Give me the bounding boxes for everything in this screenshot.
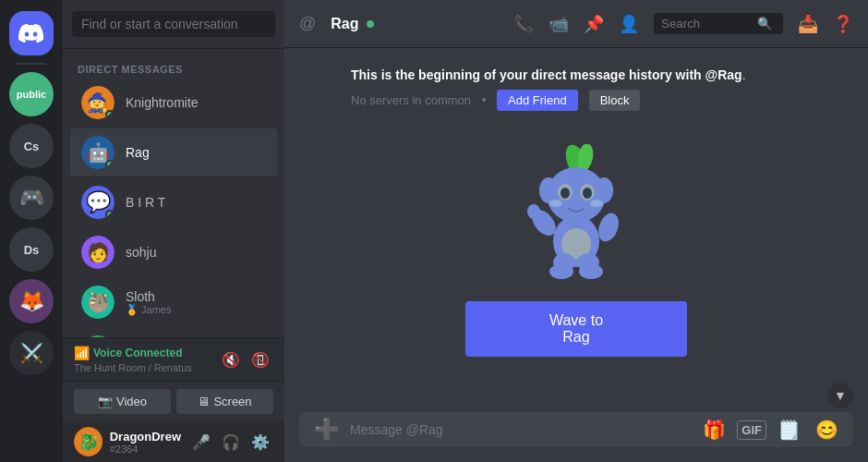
video-button[interactable]: 📷 Video xyxy=(74,389,171,414)
online-indicator-rag xyxy=(105,160,115,169)
add-friend-button[interactable]: Add Friend xyxy=(497,90,578,111)
server-icon-public[interactable]: public xyxy=(9,72,54,116)
chat-input-area: ➕ 🎁 GIF 🗒️ 😊 xyxy=(284,412,868,462)
dm-item-birt[interactable]: 💬 B I R T ✕ xyxy=(70,178,277,226)
emoji-button[interactable]: 😊 xyxy=(812,415,842,444)
dm-name-knightromite: Knightromite xyxy=(126,95,266,110)
chat-recipient-name: Rag xyxy=(331,16,373,32)
avatar-sloth: 🦥 xyxy=(81,286,115,319)
svg-point-19 xyxy=(579,264,603,279)
header-actions: 📞 📹 📌 👤 🔍 📥 ❓ xyxy=(513,13,853,34)
voice-title: 📶 Voice Connected xyxy=(74,346,192,360)
media-buttons-area: 📷 Video 🖥 Screen xyxy=(63,381,284,421)
chat-search-input[interactable] xyxy=(661,17,753,30)
server-divider xyxy=(17,63,46,65)
avatar-sohju: 🧑 xyxy=(81,236,115,269)
svg-point-3 xyxy=(539,177,558,203)
chat-body: This is the beginning of your direct mes… xyxy=(284,48,868,379)
video-icon: 📷 xyxy=(98,395,113,408)
discord-home-button[interactable] xyxy=(9,11,54,55)
add-friend-header-button[interactable]: 👤 xyxy=(619,14,639,34)
online-indicator-birt xyxy=(105,210,115,219)
headset-button[interactable]: 🎧 xyxy=(218,430,244,455)
user-info: DragonDrew #2364 xyxy=(110,430,181,455)
online-indicator xyxy=(105,110,115,119)
user-name: DragonDrew xyxy=(110,430,181,444)
server-icon-cs[interactable]: Cs xyxy=(9,124,54,168)
dm-item-brage[interactable]: 📱 Brage ✕ xyxy=(70,328,277,337)
chat-header: @ Rag 📞 📹 📌 👤 🔍 📥 ❓ xyxy=(284,0,868,48)
search-input[interactable] xyxy=(72,11,275,37)
dm-section-header: DIRECT MESSAGES xyxy=(63,56,284,79)
separator-dot xyxy=(482,98,486,102)
screen-icon: 🖥 xyxy=(198,395,210,408)
at-sign: @ xyxy=(299,14,316,33)
avatar-birt: 💬 xyxy=(81,186,115,219)
chat-search-area: 🔍 xyxy=(654,13,783,34)
server-icon-ds[interactable]: Ds xyxy=(9,227,54,272)
inbox-button[interactable]: 📥 xyxy=(798,14,818,34)
dm-sidebar: DIRECT MESSAGES 🧙 Knightromite ✕ 🤖 Rag ✕… xyxy=(63,0,284,462)
svg-point-18 xyxy=(549,264,573,279)
chat-input-wrapper: ➕ 🎁 GIF 🗒️ 😊 xyxy=(299,412,853,447)
help-button[interactable]: ❓ xyxy=(833,14,853,34)
svg-point-14 xyxy=(527,204,540,219)
dm-search-area xyxy=(63,0,284,49)
voice-disconnect-button[interactable]: 📵 xyxy=(247,347,273,372)
chat-beginning: This is the beginning of your direct mes… xyxy=(284,53,868,126)
dm-item-sohju[interactable]: 🧑 sohju ✕ xyxy=(70,228,277,276)
dm-item-knightromite[interactable]: 🧙 Knightromite ✕ xyxy=(70,79,277,127)
block-button[interactable]: Block xyxy=(589,90,641,111)
wumpus-mascot xyxy=(521,144,632,283)
avatar-rag: 🤖 xyxy=(81,136,115,169)
dm-name-birt: B I R T xyxy=(126,195,266,210)
svg-point-7 xyxy=(561,188,570,199)
user-avatar: 🐉 xyxy=(74,427,102,456)
no-servers-row: No servers in common Add Friend Block xyxy=(351,90,802,111)
dm-sub-sloth: 🏅 James xyxy=(126,304,266,316)
mute-button[interactable]: 🎤 xyxy=(188,430,214,455)
screen-button[interactable]: 🖥 Screen xyxy=(176,389,273,414)
main-chat: @ Rag 📞 📹 📌 👤 🔍 📥 ❓ This is the beginnin… xyxy=(284,0,868,462)
user-bar: 🐉 DragonDrew #2364 🎤 🎧 ⚙️ xyxy=(63,421,284,462)
svg-point-9 xyxy=(549,200,562,207)
server-icon-avatar2[interactable]: ⚔️ xyxy=(9,331,54,375)
dm-name-sohju: sohju xyxy=(126,245,266,260)
scroll-to-present: ▼ xyxy=(284,379,868,412)
svg-point-10 xyxy=(590,200,603,207)
recipient-online-badge xyxy=(367,20,374,28)
user-bar-actions: 🎤 🎧 ⚙️ xyxy=(188,430,273,455)
voice-mute-button[interactable]: 🔇 xyxy=(218,347,244,372)
voice-connected-bar: 📶 Voice Connected The Hunt Room / Renatu… xyxy=(63,337,284,381)
wave-button[interactable]: Wave to Rag xyxy=(465,301,687,357)
svg-point-8 xyxy=(583,188,592,199)
dm-item-sloth[interactable]: 🦥 Sloth 🏅 James ✕ xyxy=(70,278,277,326)
avatar-knightromite: 🧙 xyxy=(81,86,115,119)
gif-button[interactable]: GIF xyxy=(737,420,766,440)
beginning-text: This is the beginning of your direct mes… xyxy=(351,67,802,82)
dm-name-rag: Rag xyxy=(126,145,266,160)
server-icon-game1[interactable]: 🎮 xyxy=(9,176,54,220)
voice-location: The Hunt Room / Renatus xyxy=(74,362,192,373)
dm-item-rag[interactable]: 🤖 Rag ✕ xyxy=(70,128,277,176)
video-call-button[interactable]: 📹 xyxy=(549,14,569,34)
chat-input-actions: 🎁 GIF 🗒️ 😊 xyxy=(699,415,842,444)
server-sidebar: public Cs 🎮 Ds 🦊 ⚔️ xyxy=(0,0,63,462)
mascot-area: Wave to Rag xyxy=(465,144,687,357)
message-input[interactable] xyxy=(343,412,699,447)
dm-name-sloth: Sloth xyxy=(126,289,266,304)
sticker-button[interactable]: 🗒️ xyxy=(774,415,804,444)
user-tag: #2364 xyxy=(110,444,181,455)
dm-list: DIRECT MESSAGES 🧙 Knightromite ✕ 🤖 Rag ✕… xyxy=(63,49,284,337)
avatar-brage: 📱 xyxy=(81,335,115,337)
gift-button[interactable]: 🎁 xyxy=(699,415,729,444)
add-attachment-button[interactable]: ➕ xyxy=(310,414,343,445)
server-icon-avatar1[interactable]: 🦊 xyxy=(9,279,54,323)
pin-button[interactable]: 📌 xyxy=(584,14,604,34)
scroll-down-button[interactable]: ▼ xyxy=(827,383,853,408)
call-button[interactable]: 📞 xyxy=(513,14,534,34)
search-icon: 🔍 xyxy=(757,17,772,30)
settings-button[interactable]: ⚙️ xyxy=(247,430,273,455)
svg-point-4 xyxy=(595,177,613,203)
